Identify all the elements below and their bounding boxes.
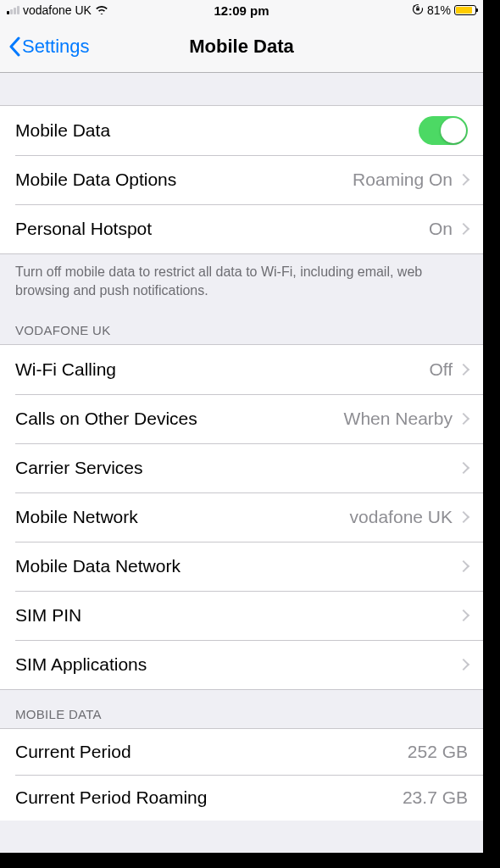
chevron-right-icon <box>458 462 469 474</box>
mobile-network-label: Mobile Network <box>15 507 138 527</box>
mobile-network-value: vodafone UK <box>350 507 453 527</box>
mobile-data-label: Mobile Data <box>15 120 110 141</box>
mobile-data-toggle-row[interactable]: Mobile Data <box>0 106 483 155</box>
chevron-right-icon <box>458 413 469 425</box>
chevron-right-icon <box>458 609 469 621</box>
personal-hotspot-value: On <box>429 219 453 239</box>
chevron-right-icon <box>458 364 469 376</box>
back-button[interactable]: Settings <box>8 36 90 58</box>
current-period-roaming-value: 23.7 GB <box>403 787 468 808</box>
chevron-right-icon <box>458 223 469 235</box>
clock-label: 12:09 pm <box>214 3 269 18</box>
rotation-lock-icon <box>412 3 424 18</box>
chevron-left-icon <box>8 36 20 57</box>
chevron-right-icon <box>458 174 469 186</box>
wifi-calling-label: Wi-Fi Calling <box>15 359 116 380</box>
current-period-row: Current Period 252 GB <box>0 729 483 775</box>
battery-icon <box>454 5 476 15</box>
calls-other-devices-value: When Nearby <box>344 409 453 429</box>
current-period-value: 252 GB <box>408 742 468 762</box>
status-bar: vodafone UK 12:09 pm 81% <box>0 0 483 20</box>
mobile-data-footer-text: Turn off mobile data to restrict all dat… <box>0 254 483 306</box>
sim-applications-label: SIM Applications <box>15 654 147 675</box>
carrier-section-header: VODAFONE UK <box>0 306 483 344</box>
chevron-right-icon <box>458 560 469 572</box>
svg-rect-1 <box>416 8 419 10</box>
signal-strength-icon <box>7 6 19 14</box>
sim-pin-row[interactable]: SIM PIN <box>0 591 483 640</box>
chevron-right-icon <box>458 659 469 670</box>
mobile-network-row[interactable]: Mobile Network vodafone UK <box>0 492 483 542</box>
sim-pin-label: SIM PIN <box>15 605 81 626</box>
status-left: vodafone UK <box>7 3 108 17</box>
page-title: Mobile Data <box>189 36 293 58</box>
usage-section-header: MOBILE DATA <box>0 690 483 728</box>
mobile-data-options-row[interactable]: Mobile Data Options Roaming On <box>0 155 483 204</box>
carrier-services-label: Carrier Services <box>15 458 143 478</box>
mobile-data-group: Mobile Data Mobile Data Options Roaming … <box>0 105 483 254</box>
personal-hotspot-label: Personal Hotspot <box>15 219 152 239</box>
usage-group: Current Period 252 GB Current Period Roa… <box>0 728 483 821</box>
calls-other-devices-label: Calls on Other Devices <box>15 409 197 429</box>
calls-other-devices-row[interactable]: Calls on Other Devices When Nearby <box>0 394 483 443</box>
spacer <box>0 73 483 105</box>
carrier-label: vodafone UK <box>23 3 92 17</box>
mobile-data-network-label: Mobile Data Network <box>15 556 181 576</box>
current-period-label: Current Period <box>15 742 131 762</box>
wifi-icon <box>95 3 108 17</box>
mobile-data-options-label: Mobile Data Options <box>15 170 176 190</box>
battery-percent-label: 81% <box>427 3 451 17</box>
mobile-data-network-row[interactable]: Mobile Data Network <box>0 542 483 591</box>
mobile-data-settings-screen: vodafone UK 12:09 pm 81% Settings Mobile… <box>0 0 483 853</box>
status-right: 81% <box>412 3 476 18</box>
wifi-calling-value: Off <box>429 359 453 380</box>
mobile-data-options-value: Roaming On <box>353 170 453 190</box>
wifi-calling-row[interactable]: Wi-Fi Calling Off <box>0 345 483 394</box>
current-period-roaming-label: Current Period Roaming <box>15 787 207 808</box>
battery-fill <box>456 7 472 14</box>
sim-applications-row[interactable]: SIM Applications <box>0 640 483 689</box>
mobile-data-switch[interactable] <box>419 116 468 145</box>
carrier-services-row[interactable]: Carrier Services <box>0 443 483 492</box>
chevron-right-icon <box>458 511 469 523</box>
nav-bar: Settings Mobile Data <box>0 20 483 73</box>
back-label: Settings <box>22 36 90 58</box>
personal-hotspot-row[interactable]: Personal Hotspot On <box>0 204 483 253</box>
current-period-roaming-row: Current Period Roaming 23.7 GB <box>0 775 483 821</box>
carrier-group: Wi-Fi Calling Off Calls on Other Devices… <box>0 344 483 690</box>
